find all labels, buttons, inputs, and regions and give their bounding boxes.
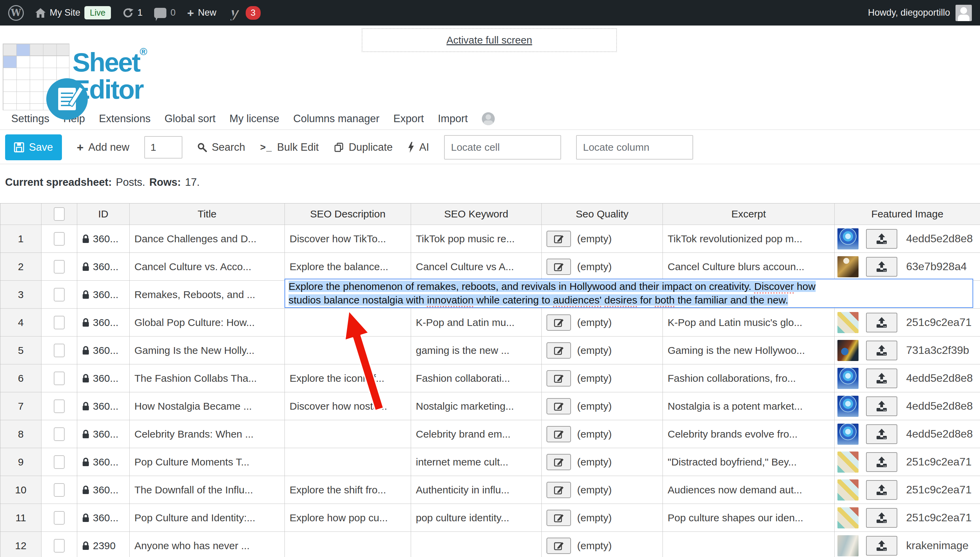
edit-quality-button[interactable] — [547, 231, 571, 247]
yoast-menu[interactable]: y 3 — [228, 5, 260, 20]
featured-image-thumbnail[interactable] — [837, 396, 858, 417]
seo-keyword-cell[interactable] — [411, 532, 542, 557]
seo-keyword-cell[interactable]: gaming is the new ... — [411, 337, 542, 365]
menu-export[interactable]: Export — [393, 112, 424, 125]
menu-import[interactable]: Import — [438, 112, 468, 125]
row-checkbox[interactable] — [54, 371, 65, 385]
id-cell[interactable]: 360... — [77, 476, 130, 504]
header-title[interactable]: Title — [130, 204, 285, 225]
seo-keyword-cell[interactable]: Cancel Culture vs A... — [411, 253, 542, 281]
seo-keyword-cell[interactable]: K-Pop and Latin mu... — [411, 309, 542, 337]
seo-keyword-cell[interactable]: Nostalgic marketing... — [411, 393, 542, 420]
id-cell[interactable]: 360... — [77, 448, 130, 476]
excerpt-cell[interactable]: Audiences now demand aut... — [663, 476, 835, 504]
featured-image-thumbnail[interactable] — [837, 507, 858, 528]
excerpt-cell[interactable]: Nostalgia is a potent market... — [663, 393, 835, 420]
row-checkbox[interactable] — [54, 539, 65, 552]
cell-editor-overlay[interactable]: Explore the phenomenon of remakes, reboo… — [285, 278, 973, 308]
edit-quality-button[interactable] — [547, 482, 571, 498]
user-menu-icon[interactable] — [482, 112, 495, 125]
seo-keyword-cell[interactable]: Fashion collaborati... — [411, 365, 542, 393]
bulk-edit-button[interactable]: >_ Bulk Edit — [260, 141, 319, 153]
upload-image-button[interactable] — [866, 480, 897, 500]
excerpt-cell[interactable]: Celebrity brands evolve fro... — [663, 420, 835, 448]
id-cell[interactable]: 360... — [77, 225, 130, 253]
menu-my-license[interactable]: My license — [230, 112, 279, 125]
save-button[interactable]: Save — [5, 134, 62, 160]
featured-image-thumbnail[interactable] — [837, 368, 858, 389]
seo-keyword-cell[interactable]: pop culture identity... — [411, 504, 542, 532]
id-cell[interactable]: 360... — [77, 504, 130, 532]
title-cell[interactable]: Global Pop Culture: How... — [130, 309, 285, 337]
id-cell[interactable]: 360... — [77, 337, 130, 365]
menu-columns-manager[interactable]: Columns manager — [293, 112, 379, 125]
menu-settings[interactable]: Settings — [11, 112, 49, 125]
id-cell[interactable]: 360... — [77, 420, 130, 448]
wordpress-logo-icon[interactable]: W — [8, 5, 24, 21]
row-checkbox[interactable] — [54, 288, 65, 301]
excerpt-cell[interactable]: Gaming is the new Hollywoo... — [663, 337, 835, 365]
featured-image-thumbnail[interactable] — [837, 340, 858, 361]
title-cell[interactable]: The Downfall of the Influ... — [130, 476, 285, 504]
row-checkbox[interactable] — [54, 260, 65, 274]
row-checkbox[interactable] — [54, 511, 65, 525]
seo-description-cell[interactable]: Explore the iconic f... — [285, 365, 411, 393]
seo-description-cell[interactable] — [285, 448, 411, 476]
seo-description-cell[interactable] — [285, 337, 411, 365]
upload-image-button[interactable] — [866, 313, 897, 332]
featured-image-thumbnail[interactable] — [837, 423, 858, 445]
excerpt-cell[interactable] — [663, 532, 835, 557]
new-content-menu[interactable]: + New — [187, 7, 217, 19]
featured-image-thumbnail[interactable] — [837, 312, 858, 333]
activate-fullscreen-link[interactable]: Activate full screen — [446, 34, 532, 46]
duplicate-button[interactable]: Duplicate — [334, 141, 393, 153]
edit-quality-button[interactable] — [547, 510, 571, 526]
header-seo-quality[interactable]: Seo Quality — [542, 204, 663, 225]
seo-keyword-cell[interactable]: TikTok pop music re... — [411, 225, 542, 253]
row-checkbox[interactable] — [54, 344, 65, 357]
seo-description-cell[interactable]: Discover how TikTo... — [285, 225, 411, 253]
header-id[interactable]: ID — [77, 204, 130, 225]
upload-image-button[interactable] — [866, 508, 897, 528]
title-cell[interactable]: Gaming Is the New Holly... — [130, 337, 285, 365]
add-new-button[interactable]: + Add new — [77, 141, 130, 153]
edit-quality-button[interactable] — [547, 342, 571, 358]
upload-image-button[interactable] — [866, 229, 897, 249]
seo-description-cell[interactable]: Discover how nosta... — [285, 393, 411, 420]
comments-menu[interactable]: 0 — [154, 8, 176, 18]
title-cell[interactable]: Cancel Culture vs. Acco... — [130, 253, 285, 281]
upload-image-button[interactable] — [866, 368, 897, 388]
locate-cell-input[interactable] — [444, 135, 561, 160]
excerpt-cell[interactable]: Pop culture shapes our iden... — [663, 504, 835, 532]
seo-keyword-cell[interactable]: Celebrity brand em... — [411, 420, 542, 448]
seo-keyword-cell[interactable]: internet meme cult... — [411, 448, 542, 476]
seo-description-cell[interactable]: Explore how pop cu... — [285, 504, 411, 532]
seo-description-cell[interactable]: Explore the balance... — [285, 253, 411, 281]
ai-button[interactable]: AI — [408, 141, 429, 153]
add-count-input[interactable] — [144, 136, 182, 158]
seo-description-cell[interactable]: Explore the shift fro... — [285, 476, 411, 504]
upload-image-button[interactable] — [866, 257, 897, 277]
id-cell[interactable]: 360... — [77, 365, 130, 393]
row-checkbox[interactable] — [54, 316, 65, 329]
excerpt-cell[interactable]: Cancel Culture blurs accoun... — [663, 253, 835, 281]
title-cell[interactable]: Remakes, Reboots, and ... — [130, 281, 285, 309]
header-excerpt[interactable]: Excerpt — [663, 204, 835, 225]
seo-description-cell[interactable] — [285, 309, 411, 337]
edit-quality-button[interactable] — [547, 259, 571, 275]
row-checkbox[interactable] — [54, 483, 65, 497]
menu-extensions[interactable]: Extensions — [99, 112, 151, 125]
seo-keyword-cell[interactable]: Authenticity in influ... — [411, 476, 542, 504]
excerpt-cell[interactable]: TikTok revolutionized pop m... — [663, 225, 835, 253]
howdy-account-menu[interactable]: Howdy, diegoportillo — [868, 8, 950, 18]
header-seo-description[interactable]: SEO Description — [285, 204, 411, 225]
row-checkbox[interactable] — [54, 427, 65, 441]
row-checkbox[interactable] — [54, 455, 65, 469]
edit-quality-button[interactable] — [547, 398, 571, 414]
title-cell[interactable]: Anyone who has never ... — [130, 532, 285, 557]
edit-quality-button[interactable] — [547, 314, 571, 331]
featured-image-thumbnail[interactable] — [837, 535, 858, 556]
upload-image-button[interactable] — [866, 452, 897, 472]
id-cell[interactable]: 360... — [77, 309, 130, 337]
featured-image-thumbnail[interactable] — [837, 228, 858, 249]
